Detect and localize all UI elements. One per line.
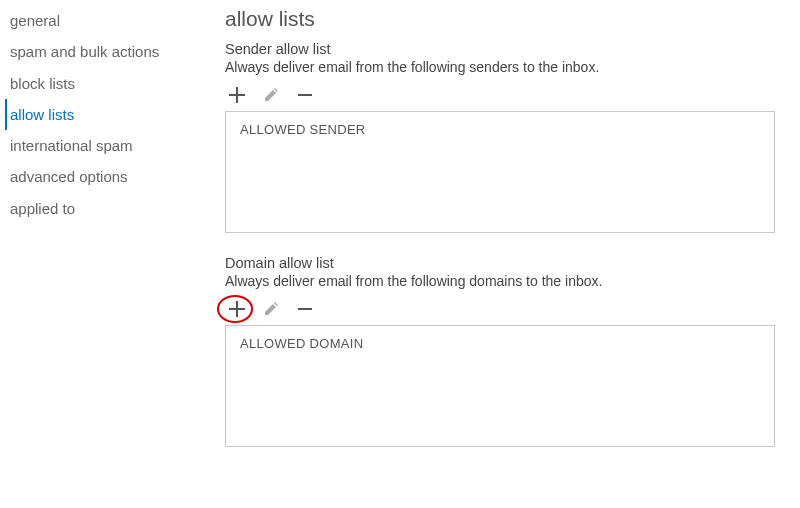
minus-icon xyxy=(297,87,313,103)
domain-list-box[interactable]: ALLOWED DOMAIN xyxy=(225,325,775,447)
domain-remove-button[interactable] xyxy=(295,299,315,319)
domain-edit-button[interactable] xyxy=(261,299,281,319)
pencil-icon xyxy=(263,301,279,317)
sidebar-item-international-spam[interactable]: international spam xyxy=(5,130,170,161)
sidebar-item-block-lists[interactable]: block lists xyxy=(5,68,170,99)
sidebar-item-spam-bulk[interactable]: spam and bulk actions xyxy=(5,36,170,67)
main-content: allow lists Sender allow list Always del… xyxy=(170,5,800,469)
plus-icon xyxy=(228,300,246,318)
domain-section-desc: Always deliver email from the following … xyxy=(225,273,775,289)
domain-list-header: ALLOWED DOMAIN xyxy=(240,336,760,351)
sidebar-item-general[interactable]: general xyxy=(5,5,170,36)
page-title: allow lists xyxy=(225,7,775,31)
sidebar-item-advanced-options[interactable]: advanced options xyxy=(5,161,170,192)
sender-edit-button[interactable] xyxy=(261,85,281,105)
plus-icon xyxy=(228,86,246,104)
sender-section-desc: Always deliver email from the following … xyxy=(225,59,775,75)
sidebar-item-applied-to[interactable]: applied to xyxy=(5,193,170,224)
sender-list-header: ALLOWED SENDER xyxy=(240,122,760,137)
domain-allow-section: Domain allow list Always deliver email f… xyxy=(225,255,775,447)
sidebar: general spam and bulk actions block list… xyxy=(5,5,170,469)
sender-allow-section: Sender allow list Always deliver email f… xyxy=(225,41,775,233)
domain-add-button[interactable] xyxy=(227,299,247,319)
sender-toolbar xyxy=(225,85,775,105)
sender-remove-button[interactable] xyxy=(295,85,315,105)
minus-icon xyxy=(297,301,313,317)
sender-add-button[interactable] xyxy=(227,85,247,105)
sidebar-item-allow-lists[interactable]: allow lists xyxy=(5,99,170,130)
pencil-icon xyxy=(263,87,279,103)
sender-section-title: Sender allow list xyxy=(225,41,775,57)
sender-list-box[interactable]: ALLOWED SENDER xyxy=(225,111,775,233)
svg-rect-1 xyxy=(298,308,312,310)
domain-toolbar xyxy=(225,299,775,319)
domain-section-title: Domain allow list xyxy=(225,255,775,271)
svg-rect-0 xyxy=(298,94,312,96)
page-container: general spam and bulk actions block list… xyxy=(0,0,800,469)
